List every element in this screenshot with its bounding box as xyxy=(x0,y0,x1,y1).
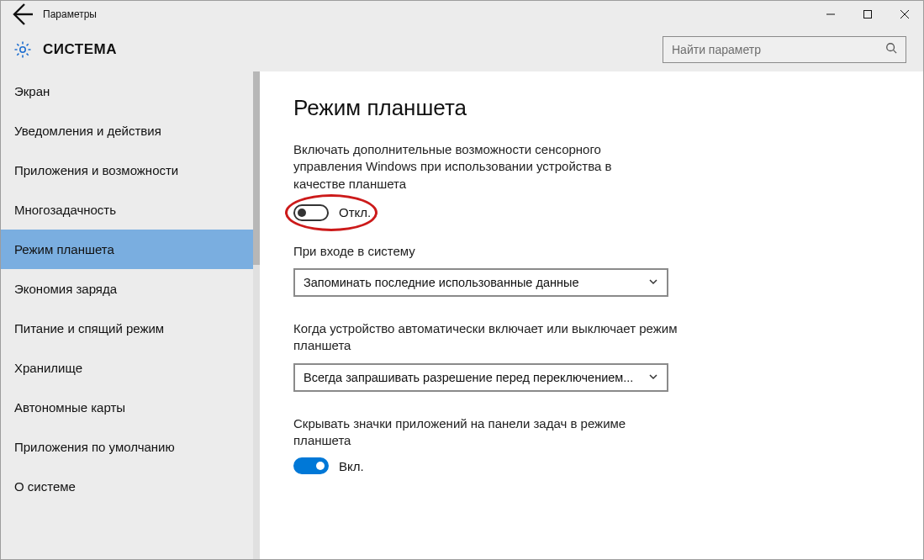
back-button[interactable] xyxy=(8,1,34,28)
content-pane: Режим планшета Включать дополнительные в… xyxy=(260,71,923,559)
sidebar-item-2[interactable]: Приложения и возможности xyxy=(1,151,260,190)
header: СИСТЕМА xyxy=(1,28,923,71)
tablet-mode-toggle-row: Откл. xyxy=(293,204,890,221)
search-icon xyxy=(885,42,897,57)
sidebar-item-7[interactable]: Хранилище xyxy=(1,348,260,388)
sidebar-item-10[interactable]: О системе xyxy=(1,467,260,506)
signin-select-value: Запоминать последние использованные данн… xyxy=(304,276,579,289)
sidebar-item-3[interactable]: Многозадачность xyxy=(1,190,260,230)
sidebar-item-9[interactable]: Приложения по умолчанию xyxy=(1,427,260,467)
hide-icons-label: Скрывать значки приложений на панели зад… xyxy=(293,415,680,450)
hide-icons-toggle-label: Вкл. xyxy=(339,459,364,473)
sidebar-item-0[interactable]: Экран xyxy=(1,71,260,111)
settings-window: Параметры СИСТЕМА xyxy=(0,0,924,560)
tablet-mode-toggle[interactable] xyxy=(293,204,329,221)
sidebar-item-1[interactable]: Уведомления и действия xyxy=(1,111,260,151)
search-box[interactable] xyxy=(663,36,906,63)
header-title: СИСТЕМА xyxy=(43,41,117,58)
tablet-mode-toggle-label: Откл. xyxy=(339,205,371,219)
sidebar-item-5[interactable]: Экономия заряда xyxy=(1,269,260,309)
signin-label: При входе в систему xyxy=(293,243,680,260)
chevron-down-icon xyxy=(648,276,658,289)
page-title: Режим планшета xyxy=(293,95,890,121)
svg-line-6 xyxy=(894,50,897,54)
window-controls xyxy=(812,1,923,28)
chevron-down-icon xyxy=(648,371,658,384)
sidebar-scrollbar-thumb[interactable] xyxy=(253,71,260,265)
body: ЭкранУведомления и действияПриложения и … xyxy=(1,71,923,559)
gear-icon xyxy=(11,38,34,61)
sidebar-item-4[interactable]: Режим планшета xyxy=(1,230,260,269)
sidebar-item-6[interactable]: Питание и спящий режим xyxy=(1,309,260,348)
signin-select[interactable]: Запоминать последние использованные данн… xyxy=(293,268,668,297)
hide-icons-toggle[interactable] xyxy=(293,457,329,474)
hide-icons-toggle-row: Вкл. xyxy=(293,457,890,474)
window-title: Параметры xyxy=(43,8,97,20)
auto-switch-select[interactable]: Всегда запрашивать разрешение перед пере… xyxy=(293,363,668,392)
svg-rect-1 xyxy=(864,11,872,18)
titlebar: Параметры xyxy=(1,1,923,28)
minimize-button[interactable] xyxy=(812,1,849,28)
maximize-button[interactable] xyxy=(849,1,886,28)
toggle-knob xyxy=(298,209,306,217)
auto-switch-select-value: Всегда запрашивать разрешение перед пере… xyxy=(304,371,633,384)
sidebar: ЭкранУведомления и действияПриложения и … xyxy=(1,71,260,559)
close-button[interactable] xyxy=(886,1,923,28)
toggle-knob xyxy=(316,462,325,470)
search-input[interactable] xyxy=(672,43,885,56)
tablet-mode-description: Включать дополнительные возможности сенс… xyxy=(293,141,655,193)
svg-point-4 xyxy=(20,47,25,52)
sidebar-item-8[interactable]: Автономные карты xyxy=(1,388,260,427)
auto-switch-label: Когда устройство автоматически включает … xyxy=(293,320,680,355)
search-wrap xyxy=(663,36,906,63)
sidebar-scrollbar-track[interactable] xyxy=(253,71,260,559)
svg-point-5 xyxy=(887,44,895,51)
